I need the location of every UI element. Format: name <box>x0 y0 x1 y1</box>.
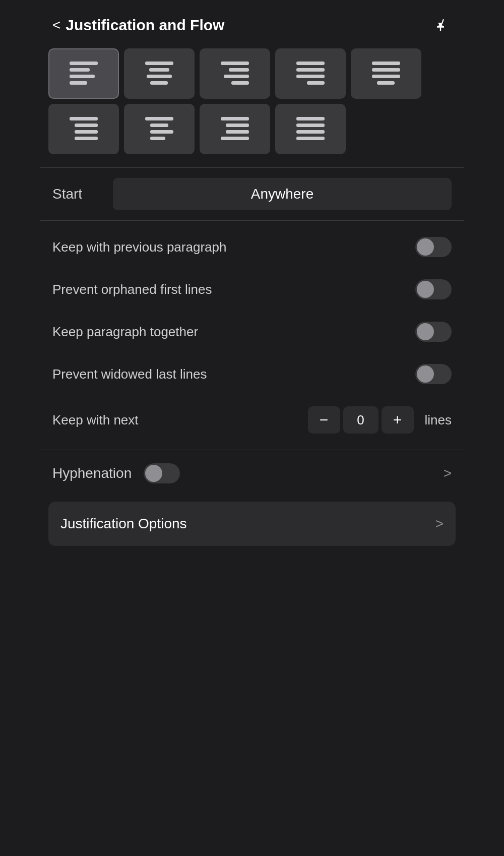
page-title: Justification and Flow <box>66 17 224 34</box>
keep-with-next-decrement[interactable]: − <box>308 406 340 434</box>
justification-options-chevron: > <box>435 516 444 532</box>
justification-options-label: Justification Options <box>60 516 187 532</box>
svg-rect-26 <box>150 130 173 134</box>
toggle-section: Keep with previous paragraph Prevent orp… <box>40 221 464 450</box>
panel: < Justification and Flow <box>40 0 464 556</box>
svg-rect-8 <box>221 62 249 65</box>
hyphenation-row[interactable]: Hyphenation > <box>40 450 464 497</box>
hyphenation-chevron: > <box>444 465 452 481</box>
svg-rect-35 <box>296 137 325 140</box>
svg-rect-31 <box>221 137 249 140</box>
svg-rect-17 <box>372 68 400 72</box>
justify-right-button[interactable] <box>275 48 346 99</box>
alignment-row-2 <box>48 104 456 154</box>
alignment-row-1 <box>48 48 456 99</box>
start-dropdown[interactable]: Anywhere <box>113 178 452 210</box>
start-label: Start <box>52 186 103 202</box>
svg-rect-19 <box>377 81 395 85</box>
back-button[interactable]: < <box>52 17 60 33</box>
hyphenation-knob <box>145 465 162 482</box>
keep-with-next-value: 0 <box>343 406 379 434</box>
align-center-button[interactable] <box>124 48 195 99</box>
svg-rect-9 <box>229 68 249 72</box>
prevent-orphaned-toggle[interactable] <box>415 279 452 299</box>
svg-rect-28 <box>221 117 249 120</box>
svg-rect-34 <box>296 130 325 134</box>
svg-rect-27 <box>150 137 165 140</box>
svg-rect-2 <box>70 75 95 78</box>
svg-rect-1 <box>70 68 90 72</box>
start-value: Anywhere <box>251 186 314 202</box>
header-left: < Justification and Flow <box>52 17 224 34</box>
svg-rect-5 <box>149 68 169 72</box>
svg-rect-33 <box>296 124 325 127</box>
svg-rect-21 <box>75 124 98 127</box>
stepper-controls: − 0 + <box>308 406 414 434</box>
align-right-button[interactable] <box>200 48 270 99</box>
minus-icon: − <box>320 411 329 429</box>
justify-center-button[interactable] <box>351 48 421 99</box>
svg-rect-12 <box>296 62 325 65</box>
prevent-widowed-row: Prevent widowed last lines <box>40 353 464 395</box>
svg-rect-23 <box>75 137 98 140</box>
prevent-orphaned-label: Prevent orphaned first lines <box>52 282 212 297</box>
keep-with-next-label: Keep with next <box>52 412 301 428</box>
keep-with-previous-label: Keep with previous paragraph <box>52 239 226 255</box>
svg-rect-32 <box>296 117 325 120</box>
indent-center-button[interactable] <box>124 104 195 154</box>
svg-rect-29 <box>226 124 249 127</box>
svg-rect-14 <box>296 75 325 78</box>
keep-with-previous-toggle[interactable] <box>415 237 452 257</box>
plus-icon: + <box>393 411 402 429</box>
keep-with-next-row: Keep with next − 0 + lines <box>40 395 464 445</box>
svg-rect-3 <box>70 81 87 85</box>
svg-rect-15 <box>307 81 325 85</box>
svg-rect-16 <box>372 62 400 65</box>
svg-rect-6 <box>147 75 172 78</box>
svg-rect-18 <box>372 75 400 78</box>
indent-left-button[interactable] <box>48 104 119 154</box>
keep-paragraph-together-knob <box>417 323 434 340</box>
hyphenation-label: Hyphenation <box>52 465 132 481</box>
keep-with-previous-row: Keep with previous paragraph <box>40 226 464 268</box>
keep-with-previous-knob <box>417 238 434 256</box>
keep-with-next-unit: lines <box>425 412 452 428</box>
indent-right-button[interactable] <box>200 104 270 154</box>
svg-rect-10 <box>224 75 249 78</box>
alignment-section <box>40 48 464 167</box>
hyphenation-left: Hyphenation <box>52 463 180 483</box>
prevent-widowed-toggle[interactable] <box>415 364 452 384</box>
justification-options-button[interactable]: Justification Options > <box>48 502 456 546</box>
svg-rect-30 <box>226 130 249 134</box>
svg-rect-11 <box>231 81 249 85</box>
header: < Justification and Flow <box>40 0 464 48</box>
pin-icon <box>433 18 448 32</box>
indent-justify-button[interactable] <box>275 104 346 154</box>
hyphenation-toggle[interactable] <box>144 463 180 483</box>
prevent-orphaned-knob <box>417 281 434 298</box>
prevent-widowed-label: Prevent widowed last lines <box>52 366 207 382</box>
svg-rect-20 <box>70 117 98 120</box>
svg-rect-24 <box>145 117 173 120</box>
prevent-orphaned-row: Prevent orphaned first lines <box>40 268 464 311</box>
svg-rect-4 <box>145 62 173 65</box>
svg-rect-0 <box>70 62 98 65</box>
svg-rect-7 <box>150 81 168 85</box>
pin-button[interactable] <box>429 14 452 36</box>
keep-paragraph-together-row: Keep paragraph together <box>40 311 464 353</box>
svg-rect-13 <box>296 68 325 72</box>
align-left-button[interactable] <box>48 48 119 99</box>
keep-paragraph-together-label: Keep paragraph together <box>52 324 198 340</box>
keep-with-next-increment[interactable]: + <box>382 406 414 434</box>
svg-rect-22 <box>75 130 98 134</box>
start-row: Start Anywhere <box>40 168 464 220</box>
keep-paragraph-together-toggle[interactable] <box>415 322 452 342</box>
prevent-widowed-knob <box>417 365 434 383</box>
svg-rect-25 <box>150 124 168 127</box>
